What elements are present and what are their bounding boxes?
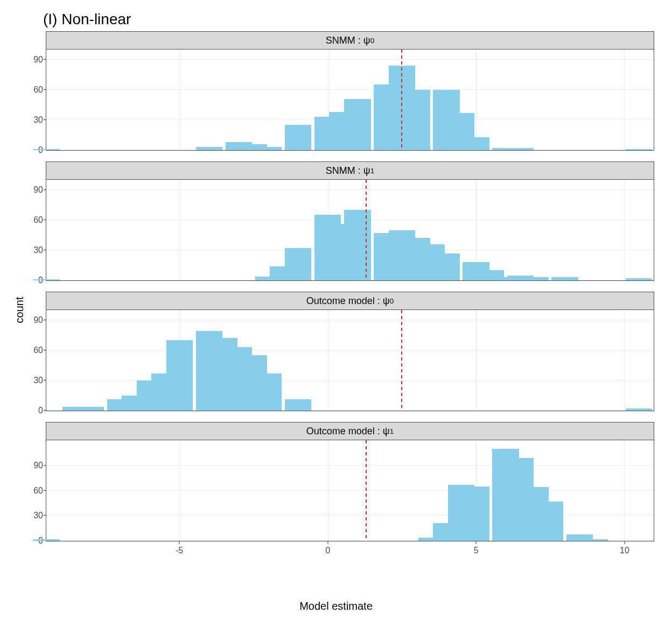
gridline-horizontal	[46, 320, 654, 320]
y-tick-mark	[44, 465, 46, 466]
reference-vline	[365, 180, 367, 280]
y-tick-label: 60	[33, 346, 46, 355]
histogram-bar	[33, 539, 60, 541]
gridline-vertical	[476, 310, 477, 411]
histogram-bar	[285, 248, 312, 280]
histogram-bar	[344, 99, 371, 150]
reference-vline	[401, 310, 403, 411]
y-tick-label: 90	[33, 315, 46, 325]
facet-panel: Outcome model : ψ00306090	[46, 292, 654, 411]
y-tick-mark	[44, 89, 46, 90]
histogram-bar	[285, 125, 312, 150]
y-tick-mark	[44, 59, 46, 60]
y-tick-mark	[44, 119, 46, 120]
x-axis-label: Model estimate	[0, 600, 672, 612]
y-tick-label: 30	[33, 376, 46, 385]
y-tick-label: 0	[38, 276, 46, 285]
x-tick-label: 5	[474, 546, 479, 555]
gridline-horizontal	[46, 465, 654, 466]
plot-area: 0306090	[46, 310, 654, 411]
reference-vline	[365, 440, 367, 541]
facet-panel: Outcome model : ψ10306090-50510	[46, 422, 654, 558]
y-tick-mark	[44, 490, 46, 491]
y-tick-label: 30	[33, 511, 46, 520]
x-tick-mark	[179, 541, 180, 544]
y-tick-label: 90	[33, 461, 46, 470]
y-tick-label: 60	[33, 486, 46, 496]
x-tick-label: -5	[176, 546, 183, 555]
y-tick-label: 60	[33, 85, 46, 95]
plot-area: 0306090	[46, 440, 654, 541]
y-axis-label: count	[13, 297, 26, 323]
y-tick-mark	[44, 189, 46, 190]
y-tick-label: 90	[33, 55, 46, 65]
gridline-vertical	[328, 310, 328, 411]
reference-vline	[401, 50, 403, 150]
panels-container: SNMM : ψ00306090SNMM : ψ10306090Outcome …	[46, 31, 654, 586]
facet-strip: SNMM : ψ0	[46, 31, 654, 50]
gridline-horizontal	[46, 490, 654, 491]
y-tick-label: 0	[38, 536, 46, 546]
gridline-horizontal	[46, 59, 654, 60]
histogram-bar	[551, 277, 578, 280]
histogram-bar	[463, 487, 489, 541]
histogram-bar	[626, 278, 653, 280]
histogram-bar	[285, 399, 312, 411]
gridline-vertical	[180, 440, 180, 541]
gridline-vertical	[624, 310, 625, 411]
y-tick-mark	[44, 350, 46, 350]
facet-strip: SNMM : ψ1	[46, 161, 654, 180]
gridline-vertical	[476, 50, 477, 150]
gridline-vertical	[180, 50, 180, 150]
histogram-bar	[537, 502, 564, 541]
gridline-vertical	[328, 440, 328, 541]
gridline-horizontal	[46, 189, 654, 190]
y-tick-label: 0	[38, 406, 46, 415]
histogram-bar	[255, 374, 282, 411]
gridline-vertical	[624, 50, 625, 150]
y-tick-mark	[44, 320, 46, 320]
x-ticks: -50510	[46, 541, 654, 558]
histogram-bar	[522, 277, 549, 280]
gridline-vertical	[624, 440, 625, 541]
x-tick-label: 10	[620, 546, 629, 555]
gridline-horizontal	[46, 89, 654, 90]
histogram-bar	[463, 137, 489, 150]
x-tick-mark	[624, 541, 625, 544]
histogram-bar	[33, 149, 60, 150]
x-tick-mark	[327, 541, 328, 544]
histogram-bar	[33, 279, 60, 280]
facet-panel: SNMM : ψ10306090	[46, 161, 654, 281]
histogram-bar	[433, 253, 460, 280]
facet-panel: SNMM : ψ00306090	[46, 31, 654, 151]
figure: (I) Non-linear count SNMM : ψ00306090SNM…	[0, 0, 672, 620]
y-tick-mark	[44, 410, 46, 411]
y-tick-label: 60	[33, 215, 46, 225]
y-tick-mark	[44, 250, 46, 250]
y-tick-mark	[44, 220, 46, 220]
gridline-vertical	[624, 180, 625, 280]
histogram-bar	[581, 539, 608, 541]
plot-area: 0306090	[46, 50, 654, 151]
histogram-bar	[626, 149, 653, 150]
facet-strip: Outcome model : ψ1	[46, 422, 654, 440]
figure-title: (I) Non-linear	[43, 11, 131, 28]
histogram-bar	[78, 407, 104, 411]
histogram-bar	[403, 90, 430, 150]
histogram-bar	[166, 340, 193, 411]
y-tick-label: 30	[33, 245, 46, 255]
y-tick-label: 0	[38, 145, 46, 155]
y-tick-label: 90	[33, 185, 46, 195]
histogram-bar	[507, 148, 534, 150]
y-tick-label: 30	[33, 115, 46, 125]
gridline-vertical	[180, 180, 180, 280]
facet-strip: Outcome model : ψ0	[46, 292, 654, 310]
gridline-horizontal	[46, 350, 654, 350]
plot-area: 0306090	[46, 180, 654, 281]
x-tick-mark	[476, 541, 477, 544]
histogram-bar	[255, 147, 282, 150]
histogram-bar	[196, 147, 223, 150]
y-tick-mark	[44, 380, 46, 381]
histogram-bar	[626, 408, 653, 411]
x-tick-label: 0	[325, 546, 330, 555]
